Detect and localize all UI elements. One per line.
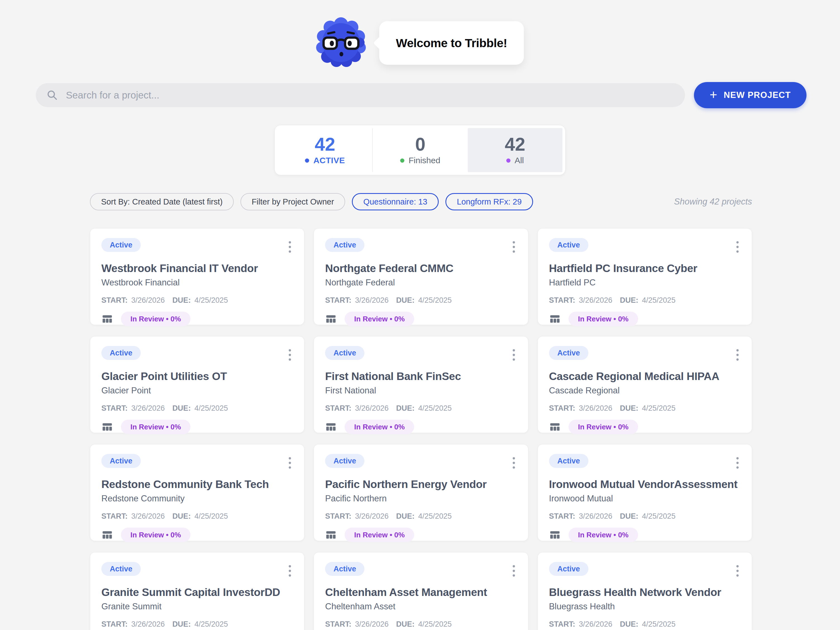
active-dot-icon	[305, 159, 309, 163]
stat-active-value: 42	[315, 135, 335, 153]
project-title: Redstone Community Bank Tech	[101, 478, 293, 491]
sort-by-chip[interactable]: Sort By: Created Date (latest first)	[90, 193, 234, 210]
start-date: 3/26/2026	[579, 620, 613, 628]
project-dates: START: 3/26/2026 DUE: 4/25/2025	[325, 512, 516, 521]
status-badge: Active	[101, 454, 141, 468]
kebab-menu-icon[interactable]	[287, 348, 293, 362]
project-dates: START: 3/26/2026 DUE: 4/25/2025	[549, 620, 741, 628]
table-icon	[549, 313, 561, 325]
progress-badge: In Review • 0%	[344, 528, 414, 542]
project-title: Glacier Point Utilities OT	[101, 370, 293, 383]
kebab-menu-icon[interactable]	[511, 564, 517, 578]
due-date: 4/25/2025	[418, 296, 452, 305]
start-date: 3/26/2026	[131, 620, 165, 628]
status-badge: Active	[325, 454, 365, 468]
project-title: Pacific Northern Energy Vendor	[325, 478, 516, 491]
due-label: DUE:	[396, 404, 414, 413]
due-label: DUE:	[620, 512, 638, 521]
longform-rfx-chip[interactable]: Longform RFx: 29	[445, 193, 533, 210]
progress-badge: In Review • 0%	[344, 312, 414, 326]
kebab-menu-icon[interactable]	[734, 564, 741, 578]
search-input[interactable]	[65, 89, 674, 101]
status-badge: Active	[325, 238, 365, 252]
progress-badge: In Review • 0%	[121, 312, 191, 326]
project-card[interactable]: Active Glacier Point Utilities OT Glacie…	[90, 336, 305, 433]
project-card[interactable]: Active Granite Summit Capital InvestorDD…	[90, 552, 305, 630]
project-dates: START: 3/26/2026 DUE: 4/25/2025	[101, 296, 293, 305]
start-date: 3/26/2026	[579, 296, 613, 305]
project-dates: START: 3/26/2026 DUE: 4/25/2025	[549, 404, 741, 413]
project-card[interactable]: Active Bluegrass Health Network Vendor B…	[538, 552, 752, 630]
start-label: START:	[325, 404, 351, 413]
start-label: START:	[325, 512, 351, 521]
tribble-mascot-icon	[316, 17, 366, 69]
kebab-menu-icon[interactable]	[734, 456, 741, 470]
project-company: Glacier Point	[101, 385, 293, 396]
kebab-menu-icon[interactable]	[287, 456, 293, 470]
due-label: DUE:	[396, 620, 414, 628]
project-card[interactable]: Active Northgate Federal CMMC Northgate …	[314, 228, 528, 325]
stat-finished[interactable]: 0 Finished	[372, 128, 467, 172]
project-dates: START: 3/26/2026 DUE: 4/25/2025	[325, 296, 516, 305]
project-company: Cheltenham Asset	[325, 601, 516, 612]
search-bar[interactable]	[36, 83, 685, 107]
table-icon	[101, 313, 113, 325]
finished-dot-icon	[400, 159, 404, 163]
filter-row: Sort By: Created Date (latest first) Fil…	[90, 193, 752, 210]
project-card[interactable]: Active First National Bank FinSec First …	[314, 336, 528, 433]
project-dates: START: 3/26/2026 DUE: 4/25/2025	[101, 404, 293, 413]
project-company: First National	[325, 385, 516, 396]
hero-section: Welcome to Tribble!	[0, 0, 840, 69]
project-card[interactable]: Active Hartfield PC Insurance Cyber Hart…	[538, 228, 752, 325]
project-card[interactable]: Active Pacific Northern Energy Vendor Pa…	[314, 444, 528, 541]
project-company: Bluegrass Health	[549, 601, 741, 612]
due-label: DUE:	[172, 512, 191, 521]
filter-owner-chip[interactable]: Filter by Project Owner	[240, 193, 345, 210]
due-date: 4/25/2025	[194, 404, 228, 413]
kebab-menu-icon[interactable]	[511, 240, 517, 254]
kebab-menu-icon[interactable]	[734, 240, 741, 254]
status-badge: Active	[325, 562, 365, 576]
due-date: 4/25/2025	[194, 296, 228, 305]
project-card[interactable]: Active Westbrook Financial IT Vendor Wes…	[90, 228, 305, 325]
stat-all-label: All	[515, 156, 524, 165]
kebab-menu-icon[interactable]	[287, 240, 293, 254]
start-date: 3/26/2026	[355, 296, 388, 305]
project-dates: START: 3/26/2026 DUE: 4/25/2025	[325, 620, 516, 628]
start-date: 3/26/2026	[131, 512, 165, 521]
stat-active[interactable]: 42 ACTIVE	[278, 128, 372, 172]
start-label: START:	[549, 620, 575, 628]
new-project-button[interactable]: + NEW PROJECT	[694, 82, 807, 108]
welcome-text: Welcome to Tribble!	[396, 36, 507, 50]
project-card[interactable]: Active Ironwood Mutual VendorAssessment …	[538, 444, 752, 541]
project-card[interactable]: Active Cheltenham Asset Management Chelt…	[314, 552, 528, 630]
project-company: Westbrook Financial	[101, 277, 293, 288]
kebab-menu-icon[interactable]	[287, 564, 293, 578]
due-label: DUE:	[396, 296, 414, 305]
table-icon	[325, 421, 337, 433]
status-badge: Active	[101, 562, 141, 576]
project-title: Ironwood Mutual VendorAssessment	[549, 478, 741, 491]
questionnaire-chip[interactable]: Questionnaire: 13	[352, 193, 439, 210]
kebab-menu-icon[interactable]	[511, 348, 517, 362]
due-label: DUE:	[620, 620, 638, 628]
stat-all[interactable]: 42 All	[468, 128, 562, 172]
due-date: 4/25/2025	[418, 404, 452, 413]
project-company: Northgate Federal	[325, 277, 516, 288]
project-card[interactable]: Active Cascade Regional Medical HIPAA Ca…	[538, 336, 752, 433]
start-date: 3/26/2026	[131, 296, 165, 305]
table-icon	[325, 313, 337, 325]
start-date: 3/26/2026	[579, 404, 613, 413]
due-date: 4/25/2025	[194, 620, 228, 628]
stat-finished-label: Finished	[409, 156, 440, 165]
stat-finished-value: 0	[415, 135, 426, 153]
progress-badge: In Review • 0%	[568, 420, 638, 434]
start-date: 3/26/2026	[355, 620, 388, 628]
project-dates: START: 3/26/2026 DUE: 4/25/2025	[101, 512, 293, 521]
project-card[interactable]: Active Redstone Community Bank Tech Reds…	[90, 444, 305, 541]
due-label: DUE:	[172, 296, 191, 305]
kebab-menu-icon[interactable]	[734, 348, 741, 362]
kebab-menu-icon[interactable]	[511, 456, 517, 470]
due-date: 4/25/2025	[418, 620, 452, 628]
progress-badge: In Review • 0%	[121, 528, 191, 542]
